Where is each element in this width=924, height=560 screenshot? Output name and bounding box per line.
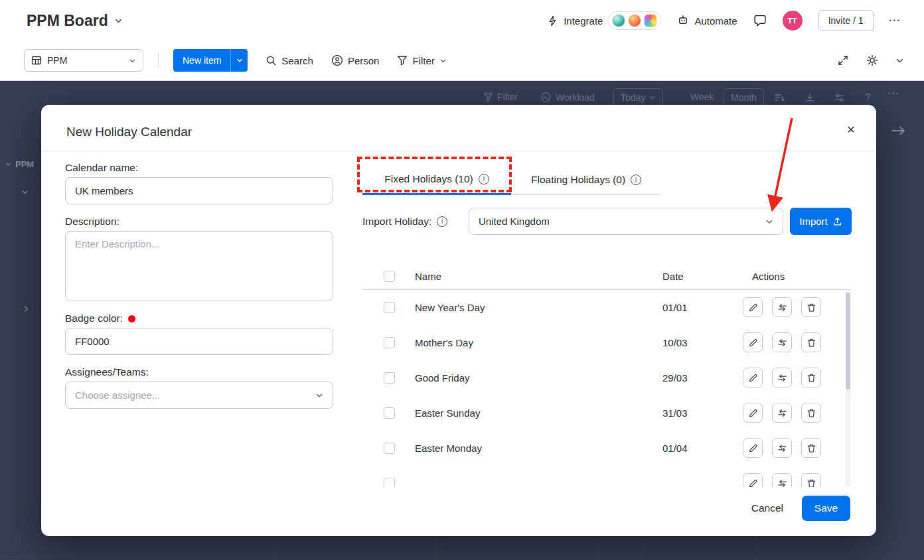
filter-label: Filter — [412, 55, 434, 66]
description-textarea[interactable] — [65, 231, 333, 301]
filter-button[interactable]: Filter — [397, 55, 446, 66]
board-view-selector[interactable]: PPM — [24, 49, 143, 72]
new-item-button[interactable]: New item — [173, 49, 248, 72]
integrate-icon — [547, 15, 558, 27]
settings-gear-icon[interactable] — [866, 54, 878, 66]
board-settings-sliders-icon[interactable] — [834, 92, 845, 104]
column-header-actions: Actions — [752, 271, 785, 282]
calendar-name-label: Calendar name: — [65, 162, 138, 174]
swap-holiday-button[interactable] — [772, 332, 792, 352]
edit-holiday-button[interactable] — [743, 297, 763, 317]
swap-holiday-button[interactable] — [772, 368, 792, 387]
column-header-date: Date — [662, 271, 684, 282]
new-item-dropdown-icon[interactable] — [230, 49, 248, 72]
swap-holiday-button[interactable] — [772, 473, 792, 487]
board-help-label: ? — [865, 91, 870, 102]
badge-color-input[interactable] — [65, 328, 333, 355]
collapse-toolbar-chevron-icon[interactable] — [895, 56, 904, 65]
badge-color-dot — [128, 315, 135, 322]
row-checkbox[interactable] — [384, 443, 395, 454]
tab-fixed-holidays[interactable]: Fixed Holidays (10) i — [362, 165, 511, 195]
fullscreen-icon[interactable] — [837, 54, 849, 66]
badge-color-label-text: Badge color: — [65, 313, 123, 324]
row-checkbox[interactable] — [384, 478, 395, 487]
table-row: Mother's Day 10/03 — [362, 325, 852, 360]
delete-holiday-button[interactable] — [801, 403, 821, 423]
integration-apps-pill[interactable] — [608, 11, 661, 30]
board-filter-label: Filter — [497, 92, 518, 102]
new-item-label[interactable]: New item — [173, 49, 230, 72]
description-label: Description: — [65, 216, 119, 228]
board-month-button[interactable]: Month — [724, 88, 764, 107]
table-scrollbar-track[interactable] — [846, 291, 850, 486]
edit-holiday-button[interactable] — [743, 438, 763, 458]
table-row — [362, 466, 852, 487]
calendar-name-input[interactable] — [65, 177, 333, 204]
assignees-select[interactable]: Choose assignee... — [65, 382, 333, 409]
column-header-name: Name — [415, 271, 441, 282]
invite-button[interactable]: Invite / 1 — [818, 10, 874, 31]
board-collapse-chevron-icon[interactable] — [21, 188, 29, 196]
tab-floating-holidays[interactable]: Floating Holidays (0) i — [531, 165, 641, 195]
holiday-name: Easter Sunday — [415, 395, 480, 431]
board-grid-line — [436, 536, 437, 560]
board-group-ppm[interactable]: PPM — [5, 159, 34, 169]
edit-holiday-button[interactable] — [743, 332, 763, 352]
board-title-chevron-icon[interactable] — [114, 17, 123, 25]
save-button[interactable]: Save — [802, 496, 850, 521]
board-filter-button[interactable]: Filter — [483, 92, 518, 102]
floating-holidays-info-icon[interactable]: i — [631, 175, 641, 185]
board-week-button[interactable]: Week — [690, 92, 714, 102]
holiday-name: Easter Monday — [415, 431, 482, 466]
row-checkbox[interactable] — [384, 302, 395, 313]
integration-app-icon-2 — [628, 14, 641, 27]
delete-holiday-button[interactable] — [801, 368, 821, 387]
modal-close-icon[interactable]: × — [847, 122, 855, 136]
integration-app-icon-1 — [612, 14, 625, 27]
more-options-icon[interactable]: ••• — [889, 17, 901, 24]
board-grid-line — [643, 536, 643, 560]
edit-holiday-button[interactable] — [743, 403, 763, 423]
edit-holiday-button[interactable] — [743, 473, 763, 487]
swap-holiday-button[interactable] — [772, 438, 792, 458]
import-holiday-info-icon[interactable]: i — [437, 216, 447, 227]
search-button[interactable]: Search — [266, 55, 313, 66]
board-workload-button[interactable]: Workload — [540, 92, 595, 103]
board-view-chevron-icon — [129, 57, 136, 64]
table-scrollbar-thumb[interactable] — [846, 293, 850, 389]
import-button[interactable]: Import — [790, 208, 852, 235]
board-grid-line — [757, 536, 757, 560]
board-today-button[interactable]: Today — [613, 88, 663, 107]
holiday-tabs: Fixed Holidays (10) i Floating Holidays … — [362, 165, 660, 195]
automate-button[interactable]: Automate — [677, 15, 737, 27]
board-next-arrow-icon[interactable] — [891, 125, 907, 137]
delete-holiday-button[interactable] — [801, 297, 821, 317]
select-all-checkbox[interactable] — [384, 271, 395, 282]
row-checkbox[interactable] — [384, 337, 395, 348]
board-expand-chevron-icon[interactable] — [23, 305, 30, 313]
delete-holiday-button[interactable] — [801, 332, 821, 352]
modal-footer: Cancel Save — [751, 496, 850, 521]
filter-chevron-icon — [439, 57, 447, 64]
person-filter-button[interactable]: Person — [331, 54, 380, 66]
chat-icon[interactable] — [753, 14, 767, 27]
delete-holiday-button[interactable] — [801, 438, 821, 458]
board-download-icon[interactable] — [805, 92, 815, 103]
board-help-button[interactable]: ? — [865, 91, 870, 102]
swap-holiday-button[interactable] — [772, 403, 792, 423]
holiday-table-header: Name Date Actions — [362, 264, 852, 289]
cancel-button[interactable]: Cancel — [751, 502, 783, 514]
holiday-date: 31/03 — [662, 395, 688, 431]
assignees-label: Assignees/Teams: — [65, 366, 149, 378]
delete-holiday-button[interactable] — [801, 473, 821, 487]
row-checkbox[interactable] — [384, 407, 395, 419]
user-avatar[interactable]: TT — [783, 11, 803, 31]
board-sort-icon[interactable] — [774, 92, 785, 103]
edit-holiday-button[interactable] — [743, 368, 763, 387]
fixed-holidays-info-icon[interactable]: i — [479, 174, 489, 184]
import-country-select[interactable]: United Kingdom — [469, 208, 783, 235]
row-checkbox[interactable] — [384, 372, 395, 384]
swap-holiday-button[interactable] — [772, 297, 792, 317]
board-more-icon[interactable]: ••• — [888, 90, 900, 97]
integrate-button[interactable]: Integrate — [547, 11, 661, 30]
